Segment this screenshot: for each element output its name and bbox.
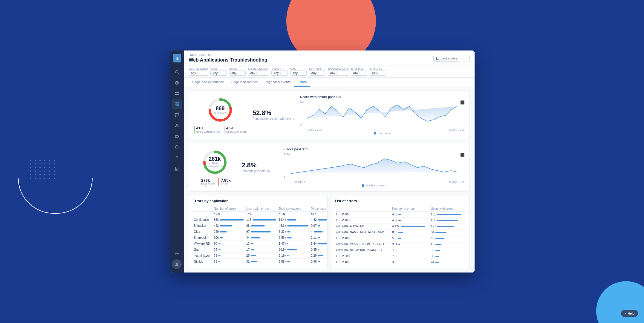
filter-web-application-select[interactable]: Any ▾ [189,71,208,76]
filter-error-url-select[interactable]: Any ▾ [370,71,386,76]
nav-total-number: 281k [208,156,222,162]
filter-error-type-select[interactable]: Any ▾ [351,71,367,76]
list-of-errors-card: List of errors Number of errors Users wi… [331,195,470,269]
table-row: HTTP 500 73 30 [335,253,466,259]
errors-by-app-table: Number of errors Users with errors Total… [193,206,328,264]
users-donut-section: 869 Total users 410 Users without errors… [194,97,247,133]
sidebar-item-rocket[interactable] [172,121,182,131]
table-row: HTTP 403 489 161 [335,218,466,224]
table-row: Okta 249 97 6.23k 4 [193,229,328,235]
tab-page-view-events[interactable]: Page view events [261,78,294,87]
max-errors-label: 5.46k [214,213,220,216]
errors-by-app-card: Errors by application Number of errors U… [189,195,328,269]
chevron-down-icon: ▾ [299,72,300,74]
sidebar-item-docs[interactable] [172,164,182,174]
errors-stat: 7.85k Errors [218,178,231,186]
tab-page-load-metrics[interactable]: Page load metrics [228,78,261,87]
filter-users-select[interactable]: Any ▾ [210,71,227,76]
filter-url: URL Any ▾ [290,67,307,76]
sidebar-item-grid[interactable] [172,89,182,98]
table-row: HTTP 401 39 24 [335,259,466,265]
filter-soft-nav-select[interactable]: Any ▾ [248,71,269,76]
table-row: HTTP 405 550 66 [335,235,466,241]
svg-rect-5 [175,92,176,93]
sidebar-item-gear[interactable] [172,249,182,258]
sidebar-item-nav[interactable] [172,153,182,163]
sidebar-item-dashboard[interactable] [172,99,182,109]
chevron-down-icon: ▾ [378,72,379,74]
svg-point-13 [176,125,177,126]
table-row: Bitbucket 442 68 45.6k 0.97 [193,223,328,229]
users-percentage-section: 52.8% Percentage of users with errors [253,109,294,121]
col-error-users: Users with errors [430,206,466,212]
max-users-label: 183 [246,213,251,216]
calendar-icon [436,56,439,60]
svg-point-19 [176,253,177,254]
page-title: Web Applications Troubleshooting [189,57,267,63]
app-window: n [170,50,475,273]
sidebar-user-avatar[interactable] [172,259,182,269]
users-errors-card: 869 Total users 410 Users without errors… [189,91,470,139]
date-range-button[interactable]: Last 7 days [433,55,460,62]
svg-rect-8 [177,94,178,95]
filter-experience-select[interactable]: Any ▾ [328,71,348,76]
users-total-label: Total users [214,111,227,114]
table-row: GitHub 63 32 6.58k 0.96 [193,259,328,265]
sidebar-item-chat[interactable] [172,110,182,120]
sidebar-item-settings-alt[interactable] [172,132,182,141]
table-row: net::ERR_NAME_NOT_RESOLVED 860 84 [335,229,466,235]
col-error-name [335,206,391,212]
filter-device-select[interactable]: Any ▾ [229,71,246,76]
app-logo: n [173,54,181,62]
nav-percentage-label: Percentage errors [242,169,278,173]
user-count-legend-dot [374,132,376,134]
filter-error-url: Error URL Any ▾ [370,67,386,76]
max-pct-label: 10.6 [311,213,316,216]
chevron-down-icon: ▾ [218,72,220,74]
users-donut-chart: 869 Total users [207,97,234,123]
svg-point-20 [176,263,178,264]
filter-soft-nav: Is soft navigation Any ▾ [248,67,269,76]
filters-bar: Web application Any ▾ Users Any ▾ Device… [184,65,475,78]
sidebar: n [170,50,184,273]
filter-device: Device Any ▾ [229,67,246,76]
tab-bar: Page load experience Page load metrics P… [184,78,475,87]
chevron-down-icon: ▾ [359,72,360,74]
svg-rect-21 [437,57,439,59]
sidebar-item-bell[interactable] [172,143,182,152]
page-header: DASHBOARDS Web Applications Troubleshoot… [184,50,475,65]
filter-url-select[interactable]: Any ▾ [290,71,307,76]
users-total-number: 869 [214,106,227,111]
breadcrumb: DASHBOARDS [189,53,267,57]
filter-web-application: Web application Any ▾ [189,67,208,76]
filter-error-type: Error type Any ▾ [351,67,367,76]
tab-page-load-experience[interactable]: Page load experience [189,78,228,87]
col-num-errors: Number of errors [212,206,245,212]
sidebar-item-globe[interactable] [172,78,182,88]
table-row: VMware-RD 80 13 1.47k 5.44 [193,241,328,247]
table-row: Sharepoint 106 44 9.56k 1.11 [193,235,328,241]
sidebar-item-search[interactable] [172,67,182,77]
tab-errors[interactable]: Errors [294,78,310,87]
main-content: DASHBOARDS Web Applications Troubleshoot… [184,50,475,273]
chevron-down-icon: ▾ [336,72,337,74]
navigations-donut-chart: 281k Total Navigations [201,149,228,176]
filter-country: Country Any ▾ [271,67,288,76]
bg-dots [30,160,56,179]
filter-key-page-select[interactable]: Any ▾ [309,71,325,76]
table-row: net::ERR_NETWORK_CHANGED 70 35 [335,247,466,253]
filter-country-select[interactable]: Any ▾ [271,71,288,76]
table-row: net::ERR_CONNECTION_CLOSED 301 45 [335,241,466,247]
table-row: Confluence 858 115 19.4k 4.42 [193,217,328,223]
nav-total-label: Total Navigations [208,162,222,168]
more-options-button[interactable]: ⋮ [463,55,470,62]
svg-rect-7 [175,94,176,95]
users-line-chart [307,100,458,124]
col-total-nav: Total navigations [278,206,310,212]
content-area: 869 Total users 410 Users without errors… [184,87,475,273]
filter-key-page: Key page Any ▾ [309,67,325,76]
table-row: Jira 74 17 20.9k 0.35 [193,247,328,253]
help-button[interactable]: ● Help [621,310,638,317]
user-count-legend-label: User count [377,132,391,135]
errors-legend-dot [362,184,364,187]
